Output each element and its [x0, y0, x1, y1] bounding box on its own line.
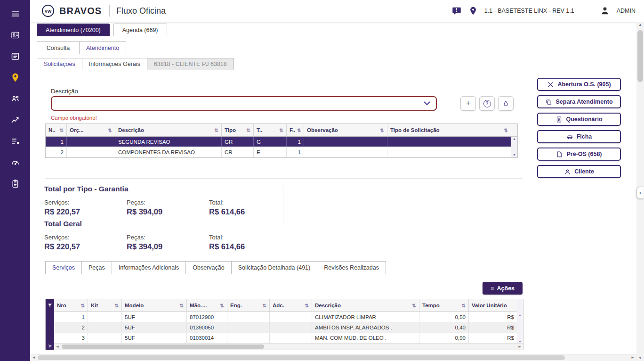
column-header-nro[interactable]: Nro⇅ — [54, 299, 88, 312]
table-row[interactable]: 1 5UF 87012900 CLIMATIZADOR LIMPAR 0,50 … — [54, 312, 517, 322]
tab-revisoes-realizadas[interactable]: Revisões Realizadas — [317, 261, 386, 274]
tasks-icon[interactable] — [10, 136, 20, 146]
location-pin-icon[interactable] — [10, 72, 20, 82]
scroll-down-icon[interactable]: ▼ — [636, 356, 644, 360]
sort-icon[interactable]: ⇅ — [220, 303, 224, 308]
scroll-right-icon[interactable]: ► — [518, 345, 522, 349]
column-header-tipo[interactable]: Tipo⇅ — [222, 124, 254, 136]
column-header-tempo[interactable]: Tempo⇅ — [419, 299, 469, 312]
column-header-descricao[interactable]: Descrição⇅ — [312, 299, 419, 312]
add-button[interactable]: + — [460, 96, 476, 111]
acoes-button[interactable]: ≡ Ações — [483, 282, 523, 295]
scroll-up-icon[interactable]: ▲ — [636, 23, 644, 27]
sort-icon[interactable]: ⇅ — [263, 303, 266, 308]
tab-atendimento[interactable]: Atendimento (70200) — [37, 24, 110, 36]
sort-icon[interactable]: ⇅ — [81, 303, 85, 308]
table-row[interactable]: 1 SEGUNDA REVISAO GR G 1 — [46, 137, 511, 147]
descricao-select[interactable] — [51, 96, 437, 111]
sort-icon[interactable]: ⇅ — [108, 128, 112, 133]
sort-icon[interactable]: ⇅ — [180, 303, 184, 308]
clipboard-icon[interactable] — [10, 178, 20, 189]
indicators-icon[interactable] — [10, 115, 20, 125]
questionario-button[interactable]: Questionário — [537, 113, 621, 126]
sort-icon[interactable]: ⇅ — [412, 303, 416, 308]
tab-atendimento-sub[interactable]: Atendimento — [80, 41, 126, 54]
droplet-button[interactable] — [498, 96, 514, 111]
cell-orc — [67, 137, 115, 147]
column-header-f[interactable]: F..⇅ — [287, 124, 304, 136]
column-header-tipo-solicitacao[interactable]: Tipo de Solicitação⇅ — [387, 124, 511, 136]
cell-kit — [88, 333, 122, 343]
column-header-orcamento[interactable]: Orç...⇅ — [67, 124, 115, 136]
scroll-right-icon[interactable]: ► — [631, 355, 635, 360]
sort-icon[interactable]: ⇅ — [297, 128, 301, 133]
tab-observacao[interactable]: Observação — [186, 261, 231, 274]
scrollbar-thumb[interactable] — [62, 345, 264, 349]
sort-icon[interactable]: ⇅ — [462, 303, 466, 308]
gear-icon[interactable] — [47, 343, 53, 349]
side-actions: Abertura O.S. (905) Separa Atendimento Q… — [537, 78, 621, 178]
help-button[interactable]: ? — [479, 96, 495, 111]
scrollbar-thumb[interactable] — [38, 355, 565, 360]
pre-os-button[interactable]: Pré-OS (658) — [537, 148, 621, 161]
tab-pecas[interactable]: Peças — [82, 261, 112, 274]
column-header-eng[interactable]: Eng.⇅ — [227, 299, 270, 312]
tab-informacoes-gerais[interactable]: Informações Gerais — [82, 58, 147, 70]
list-report-icon[interactable] — [10, 51, 20, 61]
tab-solicitacao-detalhada[interactable]: Solicitação Detalhada (491) — [232, 261, 318, 274]
tab-agenda[interactable]: Agenda (669) — [113, 24, 167, 36]
sort-icon[interactable]: ⇅ — [247, 128, 250, 133]
sort-icon[interactable]: ⇅ — [380, 128, 384, 133]
tab-servicos[interactable]: Serviços — [45, 261, 82, 274]
collapse-panel-button[interactable]: ‹ — [636, 187, 644, 199]
table-vertical-scrollbar[interactable]: ▲ ▼ — [517, 299, 523, 343]
column-header-descricao[interactable]: Descrição⇅ — [115, 124, 222, 136]
speedometer-icon[interactable] — [10, 157, 20, 167]
column-header-adc[interactable]: Adc.⇅ — [270, 299, 312, 312]
sort-icon[interactable]: ⇅ — [115, 303, 119, 308]
column-header-t[interactable]: T..⇅ — [254, 124, 287, 136]
menu-icon[interactable] — [10, 8, 20, 19]
separa-atendimento-button[interactable]: Separa Atendimento — [537, 95, 621, 108]
tab-consulta[interactable]: Consulta — [37, 41, 80, 54]
feedback-chat-icon[interactable]: ! — [451, 6, 462, 16]
solicitacoes-header-row: N..⇅ Orç...⇅ Descrição⇅ Tipo⇅ T..⇅ F..⇅ … — [46, 124, 517, 137]
window-horizontal-scrollbar[interactable]: ◄ ► — [30, 354, 636, 361]
user-avatar-icon[interactable] — [600, 6, 610, 16]
sort-icon[interactable]: ⇅ — [60, 128, 64, 133]
sort-icon[interactable]: ⇅ — [504, 128, 508, 133]
tab-solicitacoes[interactable]: Solicitações — [37, 58, 82, 70]
column-header-modelo[interactable]: Modelo⇅ — [122, 299, 187, 312]
sort-icon[interactable]: ⇅ — [280, 128, 283, 133]
scroll-down-icon[interactable]: ▼ — [518, 340, 522, 343]
table-row[interactable]: 2 COMPONENTES DA REVISAO CR E 1 — [46, 147, 511, 157]
scrollbar-thumb[interactable] — [637, 30, 643, 82]
column-header-valor-unitario[interactable]: Valor Unitário — [469, 299, 517, 312]
customers-icon[interactable] — [10, 93, 20, 104]
table-row[interactable]: 3 5UF 01030014 MAN. COM MUD. DE OLEO . 0… — [54, 333, 517, 343]
sort-icon[interactable]: ⇅ — [215, 128, 218, 133]
abertura-os-button[interactable]: Abertura O.S. (905) — [537, 78, 621, 91]
column-header-kit[interactable]: Kit⇅ — [88, 299, 122, 312]
tab-cliente-pj[interactable]: 63818 - CLIENTE PJ 63818 — [147, 58, 234, 70]
scroll-up-icon[interactable]: ▲ — [513, 137, 516, 141]
copy-icon — [545, 98, 552, 106]
column-header-nro[interactable]: N..⇅ — [46, 124, 67, 136]
cell-descricao: CLIMATIZADOR LIMPAR — [312, 312, 419, 322]
scroll-up-icon[interactable]: ▲ — [518, 313, 522, 317]
table-row[interactable]: 2 5UF 01390050 AMBITOS INSP. ALARGADOS .… — [54, 322, 517, 333]
ficha-button[interactable]: Ficha — [537, 130, 621, 143]
scroll-left-icon[interactable]: ◄ — [32, 355, 36, 360]
cliente-button[interactable]: Cliente — [537, 165, 621, 178]
column-header-mao-de-obra[interactable]: Mão-...⇅ — [187, 299, 227, 312]
scroll-down-icon[interactable]: ▼ — [513, 153, 516, 157]
tab-informacoes-adicionais[interactable]: Informações Adicionais — [112, 261, 186, 274]
scroll-left-icon[interactable]: ◄ — [56, 345, 59, 349]
column-header-observacao[interactable]: Observação⇅ — [304, 124, 387, 136]
table-vertical-scrollbar[interactable]: ▲ ▼ — [511, 137, 517, 157]
environment-pin-icon[interactable] — [468, 6, 478, 16]
contact-card-icon[interactable] — [10, 30, 20, 40]
table-horizontal-scrollbar[interactable]: ◄ ► — [54, 343, 523, 350]
filter-icon[interactable] — [47, 303, 53, 308]
sort-icon[interactable]: ⇅ — [305, 303, 309, 308]
